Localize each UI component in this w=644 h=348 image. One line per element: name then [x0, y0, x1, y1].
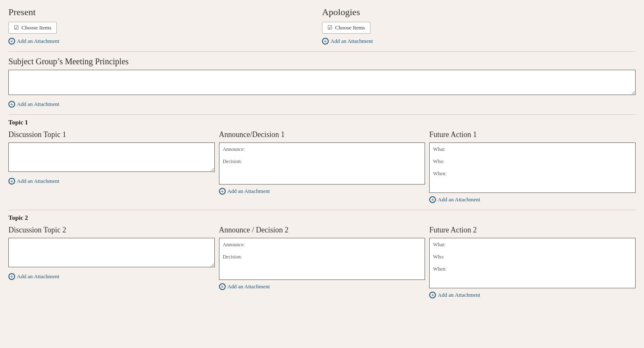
announce-add-attachment-1[interactable]: + Add an Attachment — [219, 188, 270, 195]
announce-col-1: Announce/Decision 1 Announce: Decision: … — [219, 130, 430, 203]
discussion-textarea-1[interactable] — [8, 142, 215, 172]
announce-title-2: Announce / Decision 2 — [219, 226, 425, 235]
announce-box-2: Announce: Decision: — [219, 238, 425, 280]
future-plus-icon-1: + — [429, 196, 436, 203]
future-action-box-1: What: Who: When: — [429, 142, 636, 193]
discussion-add-attachment-1[interactable]: + Add an Attachment — [8, 178, 59, 185]
present-add-attachment-label: Add an Attachment — [17, 38, 59, 45]
what-label-1: What: — [433, 146, 632, 153]
meeting-principles-add-attachment-link[interactable]: + Add an Attachment — [8, 101, 59, 108]
future-add-attachment-label-1: Add an Attachment — [438, 196, 480, 203]
future-action-add-attachment-2[interactable]: + Add an Attachment — [429, 292, 480, 298]
announce-title-1: Announce/Decision 1 — [219, 130, 425, 139]
discussion-plus-icon-2: + — [8, 273, 15, 280]
announce-col-2: Announce / Decision 2 Announce: Decision… — [219, 226, 430, 298]
present-plus-circle-icon: + — [8, 38, 15, 45]
topic-section-1: Topic 1 Discussion Topic 1 + Add an Atta… — [8, 114, 636, 203]
when-label-2: When: — [433, 266, 632, 272]
discussion-add-attachment-label-2: Add an Attachment — [17, 273, 59, 280]
topic-grid-1: Discussion Topic 1 + Add an Attachment A… — [8, 130, 636, 203]
future-add-attachment-label-2: Add an Attachment — [438, 292, 480, 298]
meeting-principles-title: Subject Group’s Meeting Principles — [8, 57, 636, 66]
apologies-section: Apologies ☑ Choose Items + Add an Attach… — [322, 7, 636, 45]
present-add-attachment-link[interactable]: + Add an Attachment — [8, 38, 59, 45]
topic-section-2: Topic 2 Discussion Topic 2 + Add an Atta… — [8, 210, 636, 298]
meeting-principles-add-attachment-label: Add an Attachment — [17, 101, 59, 108]
announce-plus-icon-2: + — [219, 283, 226, 290]
discussion-title-2: Discussion Topic 2 — [8, 226, 215, 235]
when-label-1: When: — [433, 171, 632, 177]
discussion-textarea-2[interactable] — [8, 238, 215, 267]
apologies-choose-items-button[interactable]: ☑ Choose Items — [322, 22, 370, 34]
apologies-checkbox-icon: ☑ — [327, 24, 333, 31]
decision-label-2: Decision: — [223, 254, 422, 260]
future-plus-icon-2: + — [429, 292, 436, 298]
future-action-title-1: Future Action 1 — [429, 130, 636, 139]
meeting-principles-plus-circle-icon: + — [8, 101, 15, 108]
present-apologies-row: Present ☑ Choose Items + Add an Attachme… — [8, 7, 636, 45]
present-title: Present — [8, 7, 322, 18]
apologies-title: Apologies — [322, 7, 636, 18]
future-action-col-1: Future Action 1 What: Who: When: + Add a… — [429, 130, 636, 203]
topic-grid-2: Discussion Topic 2 + Add an Attachment A… — [8, 226, 636, 298]
topics-container: Topic 1 Discussion Topic 1 + Add an Atta… — [8, 114, 636, 298]
future-action-box-2: What: Who: When: — [429, 238, 636, 288]
apologies-add-attachment-label: Add an Attachment — [330, 38, 373, 45]
topic-label-2: Topic 2 — [8, 214, 636, 221]
present-choose-items-label: Choose Items — [21, 24, 51, 31]
apologies-choose-items-label: Choose Items — [335, 24, 365, 31]
meeting-principles-textarea[interactable] — [8, 70, 636, 95]
discussion-add-attachment-2[interactable]: + Add an Attachment — [8, 273, 59, 280]
announce-add-attachment-label-2: Add an Attachment — [227, 283, 270, 290]
apologies-add-attachment-link[interactable]: + Add an Attachment — [322, 38, 373, 45]
topic-label-1: Topic 1 — [8, 119, 636, 126]
discussion-add-attachment-label-1: Add an Attachment — [17, 178, 59, 185]
discussion-title-1: Discussion Topic 1 — [8, 130, 215, 139]
checkbox-icon: ☑ — [14, 24, 19, 31]
present-section: Present ☑ Choose Items + Add an Attachme… — [8, 7, 322, 45]
announce-label-2: Announce: — [223, 242, 422, 248]
future-action-col-2: Future Action 2 What: Who: When: + Add a… — [429, 226, 636, 298]
announce-plus-icon-1: + — [219, 188, 226, 195]
discussion-col-1: Discussion Topic 1 + Add an Attachment — [8, 130, 219, 203]
who-label-1: Who: — [433, 158, 632, 165]
announce-add-attachment-2[interactable]: + Add an Attachment — [219, 283, 270, 290]
decision-label-1: Decision: — [223, 158, 422, 165]
announce-box-1: Announce: Decision: — [219, 142, 425, 185]
what-label-2: What: — [433, 242, 632, 248]
present-choose-items-button[interactable]: ☑ Choose Items — [8, 22, 57, 34]
apologies-plus-circle-icon: + — [322, 38, 329, 45]
future-action-title-2: Future Action 2 — [429, 226, 636, 235]
announce-add-attachment-label-1: Add an Attachment — [227, 188, 270, 195]
who-label-2: Who: — [433, 254, 632, 260]
announce-label-1: Announce: — [223, 146, 422, 153]
discussion-plus-icon-1: + — [8, 178, 15, 185]
future-action-add-attachment-1[interactable]: + Add an Attachment — [429, 196, 480, 203]
discussion-col-2: Discussion Topic 2 + Add an Attachment — [8, 226, 219, 298]
meeting-principles-section: Subject Group’s Meeting Principles + Add… — [8, 51, 636, 108]
